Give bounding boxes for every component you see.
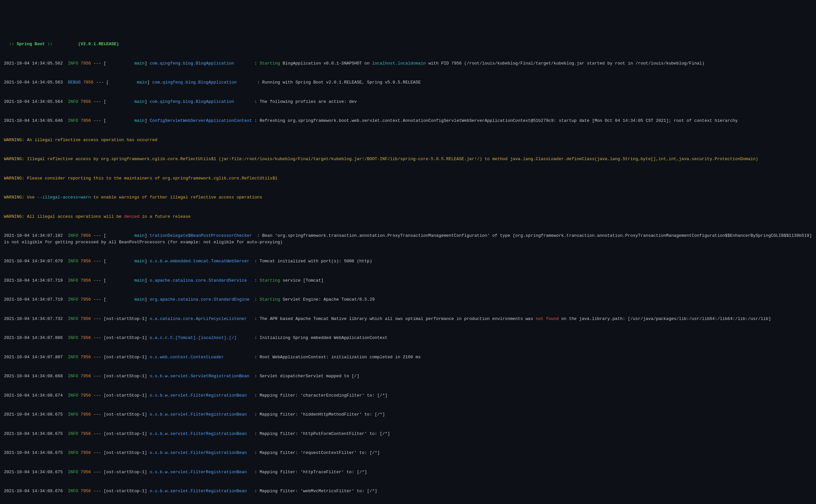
log-line-5: 2021-10-04 14:34:07.192 INFO 7956 --- [ … — [4, 233, 812, 245]
log-line-12: 2021-10-04 14:34:08.668 INFO 7956 --- [o… — [4, 373, 812, 380]
log-line-3: 2021-10-04 14:34:05.564 INFO 7956 --- [ … — [4, 99, 812, 105]
log-line-11: 2021-10-04 14:34:07.807 INFO 7956 --- [o… — [4, 354, 812, 361]
log-line-16: 2021-10-04 14:34:08.675 INFO 7956 --- [o… — [4, 450, 812, 456]
log-line-10: 2021-10-04 14:34:07.806 INFO 7956 --- [o… — [4, 335, 812, 341]
log-container: :: Spring Boot :: (V2.0.1.RELEASE) 2021-… — [4, 28, 812, 504]
log-line-2: 2021-10-04 14:34:05.563 DEBUG 7956 --- [… — [4, 79, 812, 86]
log-line-8: 2021-10-04 14:34:07.719 INFO 7956 --- [ … — [4, 296, 812, 303]
log-line-13: 2021-10-04 14:34:08.674 INFO 7956 --- [o… — [4, 392, 812, 399]
log-line-warn3: WARNING: Please consider reporting this … — [4, 175, 812, 182]
log-line-18: 2021-10-04 14:34:08.676 INFO 7956 --- [o… — [4, 488, 812, 495]
log-line-15: 2021-10-04 14:34:08.675 INFO 7956 --- [o… — [4, 431, 812, 437]
log-line-17: 2021-10-04 14:34:08.675 INFO 7956 --- [o… — [4, 469, 812, 476]
log-line-4: 2021-10-04 14:34:05.646 INFO 7956 --- [ … — [4, 118, 812, 124]
log-line-9: 2021-10-04 14:34:07.732 INFO 7956 --- [o… — [4, 316, 812, 322]
log-line-7: 2021-10-04 14:34:07.719 INFO 7956 --- [ … — [4, 277, 812, 284]
log-line-warn4: WARNING: Use --illegal-access=warn to en… — [4, 194, 812, 201]
log-line-header: :: Spring Boot :: (V2.0.1.RELEASE) — [4, 41, 812, 47]
log-line-1: 2021-10-04 14:34:05.562 INFO 7956 --- [ … — [4, 60, 812, 67]
log-line-warn1: WARNING: An illegal reflective access op… — [4, 137, 812, 143]
log-line-6: 2021-10-04 14:34:07.679 INFO 7956 --- [ … — [4, 258, 812, 265]
log-line-warn2: WARNING: Illegal reflective access by or… — [4, 156, 812, 162]
log-line-14: 2021-10-04 14:34:08.675 INFO 7956 --- [o… — [4, 411, 812, 418]
log-line-warn5: WARNING: All illegal access operations w… — [4, 214, 812, 220]
